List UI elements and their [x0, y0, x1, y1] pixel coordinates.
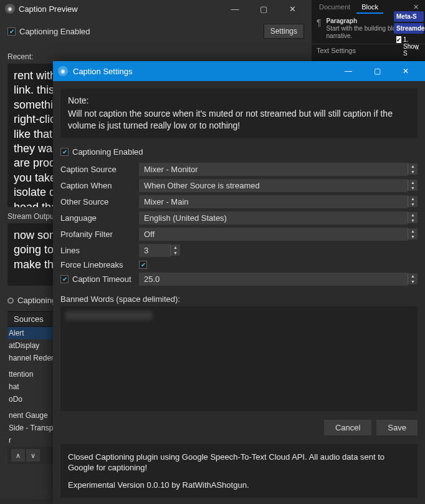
checkmark-icon: ✔ [60, 275, 69, 283]
caption-source-label: Caption Source [60, 165, 139, 174]
preview-titlebar[interactable]: ◉ Caption Preview — ▢ ✕ [0, 0, 312, 17]
lines-input[interactable]: 3 [139, 244, 170, 257]
tab-document[interactable]: Document [314, 1, 355, 14]
caption-when-select[interactable]: When Other Source is streamed [139, 179, 408, 192]
captioning-enabled-checkbox[interactable]: ✔ Captioning Enabled [60, 147, 143, 157]
save-button[interactable]: Save [376, 420, 418, 435]
close-button[interactable]: ✕ [391, 61, 420, 81]
note-box: Note: Will not caption the source when i… [60, 89, 418, 138]
captioning-enabled-checkbox[interactable]: ✔ Captioning Enabled [7, 27, 90, 36]
profanity-filter-select[interactable]: Off [139, 228, 408, 241]
language-label: Language [60, 213, 139, 223]
select-spinner[interactable]: ▲▼ [408, 163, 418, 175]
app-icon: ◉ [5, 4, 15, 14]
promo-checkbox[interactable]: ✔1. Show S [394, 35, 424, 58]
select-spinner[interactable]: ▲▼ [408, 180, 418, 191]
redacted-text [65, 311, 153, 320]
number-spinner[interactable]: ▲▼ [408, 273, 418, 284]
select-spinner[interactable]: ▲▼ [408, 212, 418, 223]
note-title: Note: [68, 95, 410, 107]
move-up-button[interactable]: ∧ [11, 449, 25, 462]
info-line-1: Closed Captioning plugin using Google Sp… [68, 452, 410, 473]
caption-timeout-label: Caption Timeout [72, 274, 131, 284]
minimize-button[interactable]: — [221, 0, 249, 17]
captioning-enabled-label: Captioning Enabled [72, 147, 143, 157]
checkmark-icon: ✔ [60, 148, 69, 156]
recent-label: Recent: [7, 52, 304, 61]
profanity-filter-label: Profanity Filter [60, 230, 139, 239]
lines-label: Lines [60, 246, 139, 255]
maximize-button[interactable]: ▢ [363, 61, 391, 81]
banned-words-input[interactable] [60, 306, 418, 411]
close-button[interactable]: ✕ [278, 0, 307, 17]
status-dot-icon [7, 298, 14, 304]
other-source-select[interactable]: Mixer - Main [139, 195, 408, 208]
cancel-button[interactable]: Cancel [324, 420, 371, 435]
select-spinner[interactable]: ▲▼ [408, 196, 418, 207]
minimize-button[interactable]: — [334, 61, 363, 81]
tab-block[interactable]: Block [356, 1, 383, 14]
language-select[interactable]: English (United States) [139, 211, 408, 225]
force-linebreaks-label: Force Linebreaks [60, 260, 139, 269]
caption-timeout-checkbox[interactable]: ✔ Caption Timeout [60, 274, 139, 284]
force-linebreaks-checkbox[interactable]: ✔ [139, 261, 147, 269]
maximize-button[interactable]: ▢ [249, 0, 278, 17]
info-line-2: Experimental Version 0.0.10 by RatWithAS… [68, 480, 410, 491]
checkmark-icon: ✔ [7, 27, 16, 36]
app-icon: ◉ [58, 66, 68, 76]
captioning-enabled-label: Captioning Enabled [19, 27, 90, 36]
badge: Meta-S [394, 11, 424, 22]
select-spinner[interactable]: ▲▼ [408, 228, 418, 240]
caption-source-select[interactable]: Mixer - Monitor [139, 163, 408, 176]
promo-badges: Meta-S Streamde ✔1. Show S [394, 11, 424, 58]
number-spinner[interactable]: ▲▼ [170, 245, 180, 256]
checkmark-icon: ✔ [139, 261, 147, 269]
banned-words-label: Banned Words (space delimited): [60, 294, 418, 304]
settings-button[interactable]: Settings [264, 24, 304, 39]
paragraph-icon: ¶ [317, 17, 322, 27]
preview-title-text: Caption Preview [19, 4, 78, 14]
caption-settings-dialog: ◉ Caption Settings — ▢ ✕ Note: Will not … [53, 61, 425, 504]
info-box: Closed Captioning plugin using Google Sp… [60, 444, 418, 498]
note-body: Will not caption the source when it's mu… [68, 108, 410, 132]
caption-timeout-input[interactable]: 25.0 [139, 273, 408, 286]
text-settings-label: Text Settings [317, 47, 356, 55]
settings-titlebar[interactable]: ◉ Caption Settings — ▢ ✕ [53, 61, 425, 81]
captioning-status-label: Captioning [17, 296, 56, 305]
badge: Streamde [394, 23, 424, 34]
caption-when-label: Caption When [60, 181, 139, 190]
settings-title-text: Caption Settings [73, 67, 132, 76]
other-source-label: Other Source [60, 197, 139, 206]
move-down-button[interactable]: ∨ [26, 449, 40, 462]
